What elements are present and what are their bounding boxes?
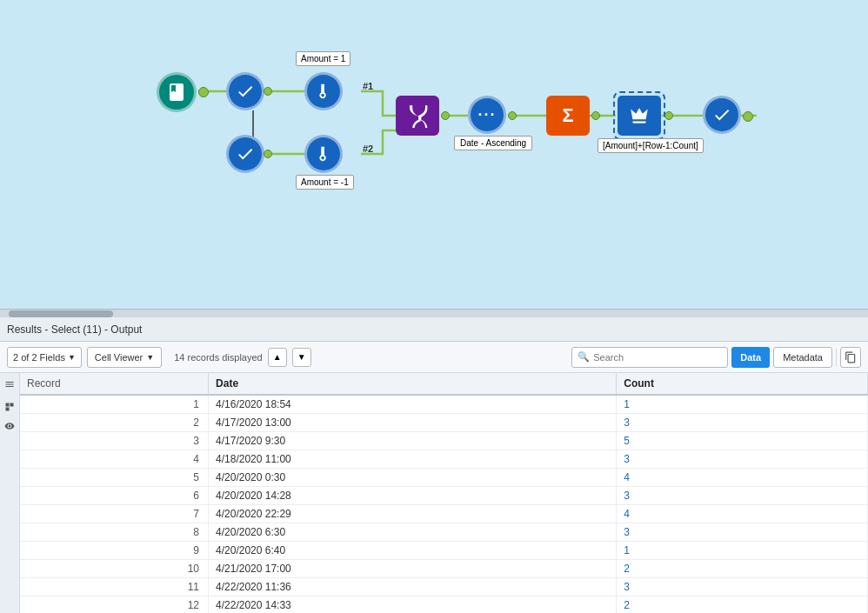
cell-date: 4/22/2020 14:33 (209, 596, 617, 614)
table-row[interactable]: 104/21/2020 17:002 (20, 560, 868, 578)
results-with-side: Record Date Count 14/16/2020 18:54124/17… (0, 373, 868, 613)
table-row[interactable]: 124/22/2020 14:332 (20, 596, 868, 614)
cell-date: 4/20/2020 22:29 (209, 505, 617, 523)
cell-record: 6 (20, 487, 209, 505)
data-table: Record Date Count 14/16/2020 18:54124/17… (20, 373, 868, 613)
flask1-label: Amount = 1 (296, 51, 351, 66)
connector-dot-6 (591, 111, 600, 120)
table-row[interactable]: 44/18/2020 11:003 (20, 450, 868, 469)
cell-count: 4 (617, 469, 868, 487)
formula-icon (628, 104, 651, 127)
cell-record: 7 (20, 505, 209, 523)
cell-record: 8 (20, 523, 209, 542)
final-check-node[interactable] (703, 96, 741, 134)
copy-icon (845, 351, 857, 363)
cell-date: 4/17/2020 13:00 (209, 414, 617, 432)
connector-dot-5 (508, 111, 517, 120)
records-count: 14 records displayed (174, 352, 263, 363)
cell-date: 4/16/2020 18:54 (209, 395, 617, 414)
cell-count: 3 (617, 450, 868, 469)
viewer-dropdown-icon: ▼ (146, 353, 154, 362)
cell-record: 9 (20, 542, 209, 560)
select-icon[interactable] (2, 399, 17, 415)
table-row[interactable]: 14/16/2020 18:541 (20, 395, 868, 414)
check1-icon (236, 82, 255, 101)
cell-record: 4 (20, 450, 209, 469)
final-check-icon (712, 105, 731, 124)
connector-dot-4 (441, 111, 450, 120)
flask2-node[interactable]: Amount = -1 (304, 135, 343, 173)
hash2-label: #2 (363, 143, 373, 154)
toolbar-separator (836, 349, 837, 366)
cell-date: 4/18/2020 11:00 (209, 450, 617, 469)
copy-button[interactable] (840, 347, 861, 368)
browse-icon[interactable] (2, 418, 17, 434)
cell-record: 3 (20, 432, 209, 450)
left-icon-panel (0, 373, 20, 613)
cell-record: 5 (20, 469, 209, 487)
canvas-scrollbar[interactable] (0, 309, 868, 317)
cell-viewer-label: Cell Viewer (95, 352, 143, 363)
sort-label: Date - Ascending (454, 136, 532, 150)
panel-menu-icon[interactable] (2, 376, 17, 392)
sort-desc-button[interactable]: ▼ (292, 348, 311, 367)
cell-date: 4/17/2020 9:30 (209, 432, 617, 450)
col-header-date[interactable]: Date (209, 373, 617, 395)
cell-count: 3 (617, 414, 868, 432)
search-input[interactable] (571, 347, 728, 368)
results-panel: Results - Select (11) - Output 2 of 2 Fi… (0, 317, 868, 613)
fields-dropdown-icon: ▼ (68, 353, 76, 362)
table-row[interactable]: 64/20/2020 14:283 (20, 487, 868, 505)
metadata-button[interactable]: Metadata (773, 347, 832, 368)
cell-record: 12 (20, 596, 209, 614)
cell-count: 1 (617, 395, 868, 414)
table-row[interactable]: 114/22/2020 11:363 (20, 578, 868, 596)
formula-node[interactable]: [Amount]+[Row-1:Count] (613, 91, 665, 140)
cell-count: 3 (617, 578, 868, 596)
sort-node[interactable]: ··· Date - Ascending (468, 96, 506, 134)
cell-date: 4/20/2020 14:28 (209, 487, 617, 505)
table-row[interactable]: 84/20/2020 6:303 (20, 523, 868, 542)
table-row[interactable]: 94/20/2020 6:401 (20, 542, 868, 560)
sort-asc-button[interactable]: ▲ (268, 348, 287, 367)
cell-count: 4 (617, 505, 868, 523)
table-row[interactable]: 74/20/2020 22:294 (20, 505, 868, 523)
table-row[interactable]: 54/20/2020 0:304 (20, 469, 868, 487)
sigma-node[interactable]: Σ (546, 96, 590, 136)
results-title-text: Results - Select (11) - Output (7, 323, 142, 336)
flask1-node[interactable]: Amount = 1 (304, 72, 343, 110)
cell-record: 2 (20, 414, 209, 432)
formula-label: [Amount]+[Row-1:Count] (598, 138, 704, 153)
flask1-icon (314, 82, 333, 101)
fields-label: 2 of 2 Fields (13, 352, 65, 363)
data-table-wrapper[interactable]: Record Date Count 14/16/2020 18:54124/17… (20, 373, 868, 613)
check1-node[interactable] (226, 72, 264, 110)
table-row[interactable]: 24/17/2020 13:003 (20, 414, 868, 432)
output-dot (743, 111, 753, 122)
cell-count: 2 (617, 596, 868, 614)
fields-button[interactable]: 2 of 2 Fields ▼ (7, 347, 82, 368)
connector-dot-2 (264, 87, 272, 96)
dna-node[interactable] (396, 96, 439, 136)
results-titlebar: Results - Select (11) - Output (0, 317, 868, 342)
canvas-area: Amount = 1 #1 Amount = -1 #2 (0, 0, 868, 309)
table-row[interactable]: 34/17/2020 9:305 (20, 432, 868, 450)
table-body: 14/16/2020 18:54124/17/2020 13:00334/17/… (20, 395, 868, 613)
check2-icon (236, 144, 255, 163)
cell-date: 4/20/2020 6:30 (209, 523, 617, 542)
book-icon (166, 82, 187, 103)
dna-icon (405, 103, 430, 128)
col-header-count[interactable]: Count (617, 373, 868, 395)
results-toolbar: 2 of 2 Fields ▼ Cell Viewer ▼ 14 records… (0, 342, 868, 373)
cell-date: 4/21/2020 17:00 (209, 560, 617, 578)
connector-dot-7 (664, 111, 673, 120)
data-button[interactable]: Data (731, 347, 770, 368)
cell-record: 10 (20, 560, 209, 578)
cell-record: 11 (20, 578, 209, 596)
check2-node[interactable] (226, 135, 264, 173)
cell-date: 4/20/2020 6:40 (209, 542, 617, 560)
flask2-icon (314, 144, 333, 163)
connector-dot-3 (264, 150, 272, 158)
cell-viewer-button[interactable]: Cell Viewer ▼ (87, 347, 162, 368)
book-node[interactable] (157, 72, 197, 112)
